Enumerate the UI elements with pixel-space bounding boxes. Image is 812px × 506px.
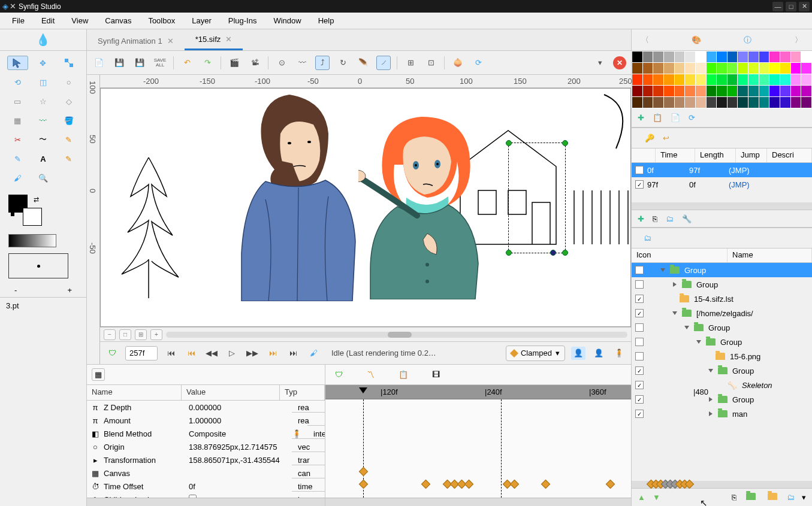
palette-cell[interactable] [664,63,674,74]
tool-polygon[interactable]: ◇ [58,94,79,108]
timeline-playhead[interactable] [501,399,502,498]
kf-col-descr[interactable]: Descri [767,149,812,162]
palette-cell[interactable] [738,97,748,108]
keyframe-checkbox[interactable]: ✓ [635,180,644,189]
palette-add-icon[interactable]: ✚ [638,113,644,122]
palette-cell[interactable] [738,63,748,74]
snap-icon[interactable]: ⊡ [424,56,438,70]
params-col-type[interactable]: Typ [280,385,325,400]
tab-synfig-animation-1[interactable]: Synfig Animation 1✕ [87,32,185,50]
tool-zoom[interactable]: 🔍 [33,171,54,185]
close-button[interactable]: ✕ [799,2,810,11]
menu-window[interactable]: Window [265,14,309,28]
param-row[interactable]: ◧ Blend Method Composite 🧍 inte [87,427,325,440]
palette-cell[interactable] [707,97,717,108]
timeline-keyframe[interactable] [464,480,474,489]
palette-cell[interactable] [643,51,653,62]
save-all-icon[interactable]: SAVEALL [153,56,167,70]
tool-star[interactable]: ☆ [33,94,54,108]
tool-eyedrop-orange[interactable]: ✎ [58,132,79,147]
maximize-button[interactable]: □ [786,2,796,11]
anim-mode-2-icon[interactable]: 👤 [591,347,606,360]
palette-cell[interactable] [738,51,748,62]
layer-menu-icon[interactable]: ▾ [802,493,806,502]
param-row[interactable]: ▦ Canvas can [87,466,325,480]
menu-view[interactable]: View [63,14,96,28]
zoom-out-button[interactable]: − [104,329,116,340]
palette-cell[interactable] [653,51,663,62]
keyframe-row[interactable]: ✓ 97f 0f (JMP) [632,177,812,192]
seek-start-icon[interactable]: ⏮ [164,347,178,360]
palette-cell[interactable] [780,86,790,96]
param-row[interactable]: π Amount 1.000000 rea [87,414,325,427]
params-col-value[interactable]: Value [182,385,280,400]
param-value[interactable]: 138.876925px,12.714575 [189,443,288,452]
timeline-keyframe[interactable] [606,480,615,489]
kf-add-icon[interactable]: ✚ [638,214,644,223]
palette-cell[interactable] [675,63,685,74]
mode-animate-icon[interactable]: 〰 [295,56,309,70]
layer-row[interactable]: 15-6.png [632,349,812,363]
palette-cell[interactable] [769,74,780,85]
tool-brush[interactable]: 🖌 [7,171,28,185]
palette-cell[interactable] [675,97,685,108]
handle-origin[interactable] [550,250,556,256]
palette-cell[interactable] [664,86,674,96]
timeline-tab-2-icon[interactable]: 〽 [367,370,375,379]
kf-col-jump[interactable]: Jump [736,149,767,162]
dropdown-icon[interactable]: ▾ [593,56,607,70]
selection-box[interactable] [508,143,566,253]
palette-cell[interactable] [791,51,801,62]
kf-tab-history-icon[interactable]: ↩ [663,134,669,143]
tool-scale[interactable] [58,56,79,70]
param-value[interactable]: 0f [189,482,288,491]
zoom-slider[interactable] [166,332,627,338]
palette-cell[interactable] [801,74,811,85]
handle-br[interactable] [562,250,568,256]
palette-cell[interactable] [748,86,759,96]
palette-cell[interactable] [780,51,790,62]
layer-visible-checkbox[interactable] [635,323,644,332]
param-row[interactable]: ▸ Transformation 158.865071px,-31.435544… [87,453,325,466]
timeline-scroll[interactable] [325,498,631,506]
nav-palette-icon[interactable]: 🎨 [689,33,704,47]
palette-cell[interactable] [664,51,674,62]
palette-refresh-icon[interactable]: ⟳ [689,113,695,122]
kf-del-icon[interactable]: 🗂 [666,214,674,223]
layer-up-icon[interactable]: ▲ [638,493,645,502]
new-file-icon[interactable]: 📄 [92,56,106,70]
timeline-body[interactable]: ↖ [325,399,631,498]
palette-cell[interactable] [769,86,780,96]
palette-cell[interactable] [728,51,738,62]
palette-cell[interactable] [738,86,748,96]
layer-visible-checkbox[interactable]: ✓ [635,410,644,418]
menu-canvas[interactable]: Canvas [96,14,140,28]
seek-next-frame-icon[interactable]: ▶▶ [245,347,259,360]
mode-loop-icon[interactable]: ↻ [336,56,350,70]
palette-cell[interactable] [748,51,759,62]
timeline-cursor-start[interactable] [359,387,367,393]
tool-spline[interactable]: 〰 [33,113,54,128]
timeline-keyframe[interactable] [359,467,369,477]
mode-onion-icon[interactable]: ⤴ [315,56,330,70]
tool-smooth-move[interactable]: ✥ [33,56,54,70]
palette-load-icon[interactable]: 📄 [671,113,680,122]
show-handles-icon[interactable]: ⟋ [376,56,391,70]
palette-cell[interactable] [748,74,759,85]
palette-cell[interactable] [653,86,663,96]
tool-width[interactable]: 〜 [33,132,54,147]
timeline-tab-4-icon[interactable]: 🎞 [432,370,440,379]
play-icon[interactable]: ▷ [225,347,239,360]
layer-visible-checkbox[interactable]: ✓ [635,295,644,303]
tool-mirror[interactable]: ◫ [33,75,54,89]
palette-cell[interactable] [728,97,738,108]
palette-cell[interactable] [717,51,727,62]
palette-cell[interactable] [728,74,738,85]
palette-cell[interactable] [664,74,674,85]
keyframe-row[interactable]: ✓ 0f 97f (JMP) [632,163,812,177]
palette-cell[interactable] [696,74,706,85]
tab-15-sifz[interactable]: *15.sifz✕ [185,30,243,50]
tool-circle[interactable]: ○ [58,75,79,89]
param-value[interactable]: Composite [189,429,288,438]
layer-visible-checkbox[interactable] [635,352,644,360]
